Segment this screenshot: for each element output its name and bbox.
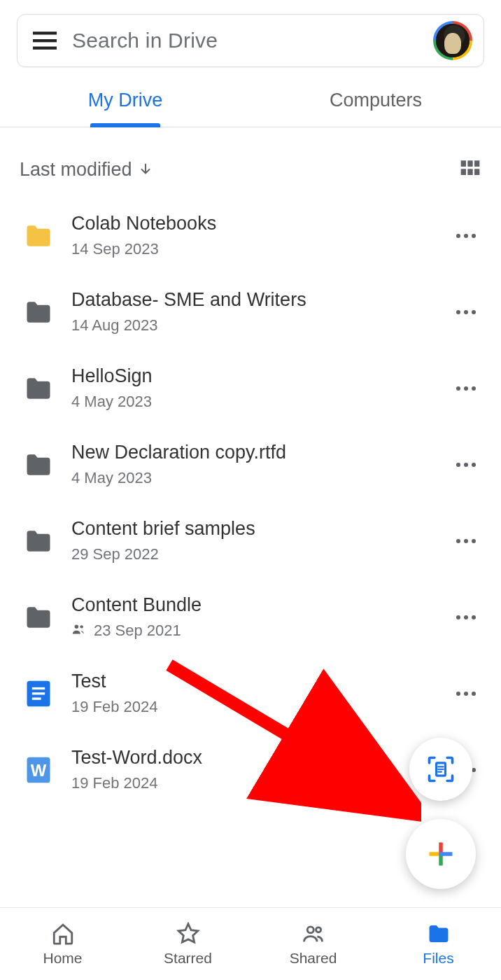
svg-point-22 <box>80 625 83 628</box>
sort-button[interactable]: Last modified <box>20 159 153 181</box>
more-icon <box>456 538 477 544</box>
svg-rect-42 <box>439 855 443 866</box>
nav-home-label: Home <box>43 950 82 967</box>
menu-icon[interactable] <box>30 26 59 55</box>
file-type-icon <box>21 371 56 406</box>
file-row[interactable]: Database- SME and Writers14 Aug 2023 <box>0 274 501 350</box>
view-grid-button[interactable] <box>459 157 481 182</box>
svg-point-11 <box>472 310 476 314</box>
svg-point-7 <box>464 234 468 238</box>
file-type-icon: W <box>21 752 56 788</box>
more-button[interactable] <box>451 538 481 544</box>
tab-my-drive[interactable]: My Drive <box>0 77 250 127</box>
more-button[interactable] <box>451 691 481 696</box>
svg-point-8 <box>472 234 476 238</box>
nav-shared[interactable]: Shared <box>250 908 376 980</box>
file-type-icon <box>21 447 56 482</box>
more-icon <box>456 386 477 391</box>
more-icon <box>456 233 477 239</box>
people-icon <box>302 922 325 946</box>
nav-files[interactable]: Files <box>376 908 501 980</box>
svg-rect-5 <box>474 169 479 175</box>
nav-files-label: Files <box>423 950 453 967</box>
svg-point-25 <box>472 615 476 620</box>
svg-point-21 <box>75 625 79 629</box>
svg-point-9 <box>456 310 460 314</box>
svg-rect-45 <box>439 852 443 856</box>
more-button[interactable] <box>451 615 481 620</box>
fab-stack <box>406 738 476 889</box>
svg-point-20 <box>472 539 476 543</box>
sort-label-text: Last modified <box>20 159 132 181</box>
svg-rect-0 <box>461 160 466 167</box>
tab-computers[interactable]: Computers <box>250 77 501 127</box>
svg-point-24 <box>464 615 468 620</box>
svg-point-38 <box>307 926 313 932</box>
nav-starred-label: Starred <box>164 950 212 967</box>
more-icon <box>456 615 477 620</box>
file-type-icon <box>21 600 56 635</box>
file-row[interactable]: Content Bundle23 Sep 2021 <box>0 579 501 655</box>
new-fab[interactable] <box>406 819 476 889</box>
file-date: 19 Feb 2024 <box>71 698 435 716</box>
file-name: Test <box>71 671 435 692</box>
more-button[interactable] <box>451 309 481 315</box>
scan-icon <box>425 754 456 785</box>
file-row[interactable]: Colab Notebooks14 Sep 2023 <box>0 197 501 274</box>
file-type-icon <box>21 676 56 711</box>
svg-point-18 <box>456 539 460 543</box>
svg-rect-2 <box>474 160 479 167</box>
file-meta: Content Bundle23 Sep 2021 <box>71 594 435 640</box>
file-type-icon <box>21 524 56 559</box>
file-type-icon <box>21 295 56 330</box>
file-date: 4 May 2023 <box>71 469 435 487</box>
file-meta: Content brief samples29 Sep 2022 <box>71 518 435 564</box>
more-button[interactable] <box>451 462 481 468</box>
file-row[interactable]: HelloSign4 May 2023 <box>0 350 501 426</box>
scan-fab[interactable] <box>409 738 472 801</box>
sort-row: Last modified <box>0 127 501 197</box>
nav-home[interactable]: Home <box>0 908 125 980</box>
file-date: 19 Feb 2024 <box>71 774 435 792</box>
file-name: Database- SME and Writers <box>71 289 435 311</box>
grid-icon <box>459 157 481 179</box>
svg-point-30 <box>456 692 460 696</box>
svg-rect-29 <box>32 697 41 699</box>
file-date: 4 May 2023 <box>71 393 435 411</box>
file-name: Colab Notebooks <box>71 213 435 234</box>
file-name: Content brief samples <box>71 518 435 540</box>
svg-point-16 <box>464 463 468 467</box>
arrow-down-icon <box>138 162 153 177</box>
svg-rect-4 <box>467 169 472 175</box>
nav-starred[interactable]: Starred <box>125 908 250 980</box>
file-row[interactable]: Content brief samples29 Sep 2022 <box>0 503 501 579</box>
svg-point-23 <box>456 615 460 620</box>
more-button[interactable] <box>451 386 481 391</box>
more-icon <box>456 691 477 696</box>
file-meta: New Declaration copy.rtfd4 May 2023 <box>71 442 435 487</box>
svg-rect-27 <box>32 687 45 689</box>
svg-rect-44 <box>442 852 453 856</box>
svg-point-13 <box>464 386 468 391</box>
file-date: 23 Sep 2021 <box>71 622 435 640</box>
more-icon <box>456 462 477 468</box>
file-row[interactable]: New Declaration copy.rtfd4 May 2023 <box>0 426 501 503</box>
shared-icon <box>71 622 87 640</box>
folder-icon <box>427 922 451 946</box>
plus-icon <box>425 839 456 869</box>
svg-point-14 <box>472 386 476 391</box>
svg-point-19 <box>464 539 468 543</box>
file-meta: Test-Word.docx19 Feb 2024 <box>71 747 435 792</box>
file-row[interactable]: Test19 Feb 2024 <box>0 655 501 732</box>
file-name: Test-Word.docx <box>71 747 435 769</box>
home-icon <box>51 922 75 946</box>
location-tabs: My Drive Computers <box>0 77 501 127</box>
account-avatar[interactable] <box>433 21 472 60</box>
search-bar[interactable]: Search in Drive <box>17 14 484 67</box>
svg-text:W: W <box>31 761 47 780</box>
file-meta: Test19 Feb 2024 <box>71 671 435 716</box>
svg-rect-1 <box>467 160 472 167</box>
nav-shared-label: Shared <box>290 950 337 967</box>
more-button[interactable] <box>451 233 481 239</box>
bottom-nav: Home Starred Shared Files <box>0 907 501 980</box>
